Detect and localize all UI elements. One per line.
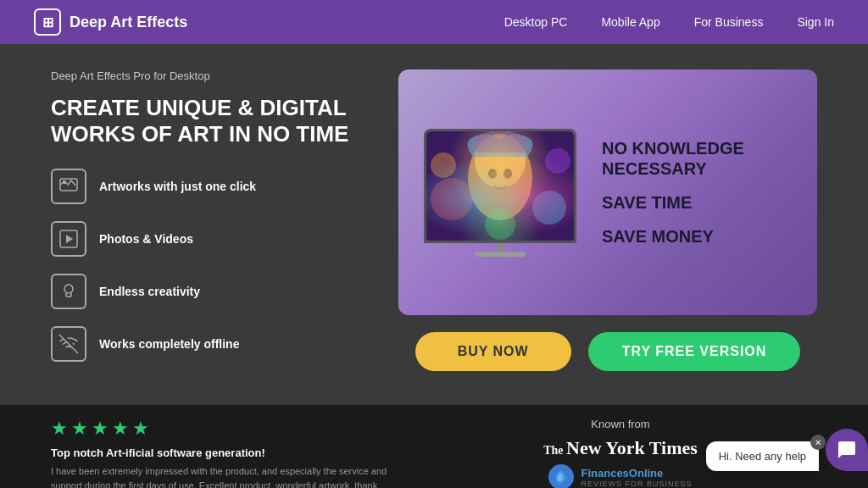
feature-artworks: Artworks with just one click — [51, 169, 373, 204]
star-1: ★ — [51, 418, 68, 440]
finances-icon — [548, 464, 574, 488]
logo-icon: ⊞ — [34, 8, 61, 36]
try-free-button[interactable]: TRY FREE VERSION — [588, 332, 801, 371]
finances-sublabel: REVIEWS FOR BUSINESS — [581, 480, 692, 488]
creativity-label: Endless creativity — [99, 285, 200, 298]
svg-marker-3 — [66, 235, 73, 243]
finances-online-logo: FinancesOnline REVIEWS FOR BUSINESS — [548, 464, 692, 488]
main-nav: Desktop PC Mobile App For Business Sign … — [504, 15, 834, 29]
star-4: ★ — [112, 418, 129, 440]
star-3: ★ — [92, 418, 108, 440]
main-content: Deep Art Effects Pro for Desktop CREATE … — [0, 44, 868, 405]
hero-feature-2: SAVE TIME — [602, 192, 744, 213]
buy-now-button[interactable]: BUY NOW — [415, 332, 571, 371]
offline-label: Works completely offline — [99, 337, 239, 351]
artwork-preview — [426, 131, 574, 241]
nav-sign-in[interactable]: Sign In — [797, 15, 834, 29]
nav-mobile-app[interactable]: Mobile App — [601, 15, 659, 29]
features-list: Artworks with just one click Photos & Vi… — [51, 169, 373, 362]
svg-point-1 — [64, 181, 66, 184]
chat-open-button[interactable] — [826, 429, 868, 471]
cta-buttons: BUY NOW TRY FREE VERSION — [398, 315, 817, 388]
videos-icon — [51, 221, 86, 257]
star-rating: ★ ★ ★ ★ ★ — [51, 418, 390, 440]
hero-card: NO KNOWLEDGENECESSARY SAVE TIME SAVE MON… — [398, 69, 817, 315]
offline-icon — [51, 326, 86, 362]
logo[interactable]: ⊞ Deep Art Effects — [34, 8, 187, 36]
creativity-icon — [51, 274, 86, 309]
artworks-icon — [51, 169, 86, 204]
page-title: CREATE UNIQUE & DIGITALWORKS OF ART IN N… — [51, 95, 373, 147]
svg-point-4 — [64, 285, 73, 293]
star-2: ★ — [71, 418, 88, 440]
review-panel: ★ ★ ★ ★ ★ Top notch Art-ificial software… — [51, 418, 390, 488]
site-header: ⊞ Deep Art Effects Desktop PC Mobile App… — [0, 0, 868, 44]
page-subtitle: Deep Art Effects Pro for Desktop — [51, 69, 373, 82]
chat-message: Hi. Need any help — [719, 450, 806, 463]
monitor-screen — [424, 129, 576, 243]
left-panel: Deep Art Effects Pro for Desktop CREATE … — [51, 69, 373, 388]
hero-feature-3: SAVE MONEY — [602, 226, 744, 247]
logo-text: Deep Art Effects — [70, 14, 187, 31]
hero-feature-1: NO KNOWLEDGENECESSARY — [602, 138, 744, 179]
review-text: I have been extremely impressed with the… — [51, 464, 390, 488]
hero-features: NO KNOWLEDGENECESSARY SAVE TIME SAVE MON… — [602, 138, 744, 247]
finances-label: FinancesOnline — [581, 467, 692, 480]
artworks-label: Artworks with just one click — [99, 180, 256, 193]
chat-close-button[interactable]: ✕ — [810, 435, 826, 450]
nav-for-business[interactable]: For Business — [694, 15, 764, 29]
monitor-display — [424, 129, 576, 257]
known-from-label: Known from — [591, 418, 649, 430]
feature-offline: Works completely offline — [51, 326, 373, 362]
feature-creativity: Endless creativity — [51, 274, 373, 309]
right-panel: NO KNOWLEDGENECESSARY SAVE TIME SAVE MON… — [398, 69, 817, 388]
chat-widget: ✕ Hi. Need any help — [706, 429, 868, 471]
nyt-logo: The New York Times — [543, 437, 698, 459]
feature-videos: Photos & Videos — [51, 221, 373, 257]
star-5: ★ — [132, 418, 149, 440]
videos-label: Photos & Videos — [99, 232, 193, 246]
review-title: Top notch Art-ificial software generatio… — [51, 446, 390, 459]
nav-desktop-pc[interactable]: Desktop PC — [504, 15, 568, 29]
chat-bubble: ✕ Hi. Need any help — [706, 441, 819, 471]
